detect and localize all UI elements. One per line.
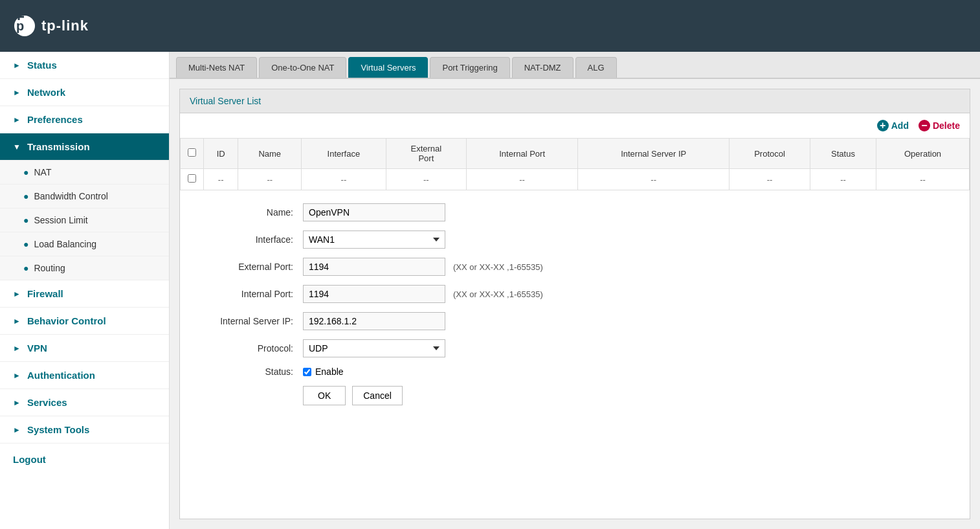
form-row-internal-server-ip: Internal Server IP: (199, 312, 950, 330)
row-id: -- (204, 169, 238, 190)
main-panel: Virtual Server List + Add − Delete (179, 89, 970, 519)
logo: p tp-link (13, 14, 89, 38)
row-operation: -- (876, 169, 970, 190)
subitem-label: Load Balancing (34, 239, 96, 249)
sidebar-item-label: System Tools (27, 424, 89, 435)
add-label: Add (891, 120, 909, 131)
add-button[interactable]: + Add (877, 120, 909, 131)
internal-server-ip-label: Internal Server IP: (199, 316, 303, 326)
protocol-select[interactable]: UDP TCP All (303, 339, 445, 357)
table-header-checkbox (181, 139, 204, 169)
sidebar-item-vpn[interactable]: ► VPN (0, 335, 169, 362)
form-row-protocol: Protocol: UDP TCP All (199, 339, 950, 357)
chevron-right-icon: ► (13, 61, 21, 70)
bullet-icon: ● (23, 215, 28, 225)
sidebar-item-preferences[interactable]: ► Preferences (0, 106, 169, 133)
col-protocol: Protocol (729, 139, 810, 169)
status-label: Status: (199, 366, 303, 377)
sidebar: ► Status ► Network ► Preferences ▼ Trans… (0, 52, 170, 529)
col-status: Status (810, 139, 876, 169)
tab-port-triggering[interactable]: Port Triggering (430, 57, 509, 78)
tab-multi-nets-nat[interactable]: Multi-Nets NAT (176, 57, 257, 78)
sidebar-item-behavior-control[interactable]: ► Behavior Control (0, 308, 169, 335)
interface-select[interactable]: WAN1 WAN2 (303, 231, 445, 249)
chevron-right-icon: ► (13, 88, 21, 97)
virtual-server-table: ID Name Interface ExternalPort Internal … (180, 138, 970, 190)
bullet-icon: ● (23, 167, 28, 177)
add-icon: + (877, 120, 889, 131)
sidebar-item-load-balancing[interactable]: ● Load Balancing (0, 232, 169, 256)
tab-nat-dmz[interactable]: NAT-DMZ (512, 57, 574, 78)
header: p tp-link (0, 0, 980, 52)
col-interface: Interface (302, 139, 386, 169)
subitem-label: Session Limit (34, 215, 87, 225)
sidebar-item-label: Status (27, 60, 57, 71)
row-name: -- (238, 169, 302, 190)
external-port-hint: (XX or XX-XX ,1-65535) (453, 262, 543, 272)
sidebar-item-nat[interactable]: ● NAT (0, 161, 169, 185)
sidebar-item-label: Preferences (27, 114, 83, 125)
row-internal-port: -- (467, 169, 578, 190)
sidebar-item-transmission[interactable]: ▼ Transmission (0, 133, 169, 161)
col-external-port: ExternalPort (386, 139, 467, 169)
enable-label: Enable (315, 366, 344, 377)
form-row-status: Status: Enable (199, 366, 950, 377)
logo-text: tp-link (41, 17, 89, 34)
sidebar-item-authentication[interactable]: ► Authentication (0, 362, 169, 389)
bullet-icon: ● (23, 239, 28, 249)
col-name: Name (238, 139, 302, 169)
delete-label: Delete (933, 120, 960, 131)
delete-icon: − (919, 120, 930, 131)
table-row: -- -- -- -- -- -- -- -- -- (181, 169, 970, 190)
row-protocol: -- (729, 169, 810, 190)
chevron-right-icon: ► (13, 398, 21, 407)
row-checkbox[interactable] (188, 174, 196, 183)
cancel-button[interactable]: Cancel (352, 386, 403, 405)
name-label: Name: (199, 207, 303, 218)
form-row-interface: Interface: WAN1 WAN2 (199, 231, 950, 249)
sidebar-item-label: Network (27, 87, 65, 98)
subitem-label: Bandwidth Control (34, 191, 107, 201)
form-buttons: OK Cancel (303, 386, 950, 405)
external-port-label: External Port: (199, 262, 303, 272)
form-row-name: Name: (199, 203, 950, 221)
enable-checkbox[interactable] (303, 368, 311, 376)
subitem-label: NAT (34, 167, 51, 177)
sidebar-item-status[interactable]: ► Status (0, 52, 169, 79)
name-input[interactable] (303, 203, 445, 221)
sidebar-item-label: Authentication (27, 370, 95, 381)
row-status: -- (810, 169, 876, 190)
select-all-checkbox[interactable] (188, 148, 196, 157)
row-internal-server-ip: -- (578, 169, 729, 190)
sidebar-item-system-tools[interactable]: ► System Tools (0, 416, 169, 444)
sidebar-item-network[interactable]: ► Network (0, 79, 169, 106)
add-form: Name: Interface: WAN1 WAN2 External Port… (180, 190, 970, 418)
logout-item[interactable]: Logout (0, 444, 169, 475)
sidebar-item-services[interactable]: ► Services (0, 389, 169, 416)
internal-server-ip-input[interactable] (303, 312, 445, 330)
sidebar-item-session-limit[interactable]: ● Session Limit (0, 208, 169, 232)
panel-title: Virtual Server List (190, 96, 261, 106)
transmission-submenu: ● NAT ● Bandwidth Control ● Session Limi… (0, 161, 169, 280)
sidebar-item-routing[interactable]: ● Routing (0, 256, 169, 280)
internal-port-input[interactable] (303, 285, 445, 303)
chevron-down-icon: ▼ (13, 142, 21, 152)
panel-header: Virtual Server List (180, 89, 970, 113)
tab-alg[interactable]: ALG (575, 57, 617, 78)
interface-label: Interface: (199, 234, 303, 245)
row-checkbox-cell (181, 169, 204, 190)
tab-one-to-one-nat[interactable]: One-to-One NAT (259, 57, 346, 78)
sidebar-item-bandwidth-control[interactable]: ● Bandwidth Control (0, 185, 169, 208)
col-internal-port: Internal Port (467, 139, 578, 169)
table-actions: + Add − Delete (180, 113, 970, 138)
delete-button[interactable]: − Delete (919, 120, 960, 131)
external-port-input[interactable] (303, 258, 445, 276)
tab-virtual-servers[interactable]: Virtual Servers (348, 57, 428, 78)
sidebar-item-label: Transmission (27, 141, 90, 152)
col-internal-server-ip: Internal Server IP (578, 139, 729, 169)
sidebar-item-label: Firewall (27, 288, 63, 299)
row-external-port: -- (386, 169, 467, 190)
ok-button[interactable]: OK (303, 386, 346, 405)
sidebar-item-firewall[interactable]: ► Firewall (0, 280, 169, 308)
form-row-external-port: External Port: (XX or XX-XX ,1-65535) (199, 258, 950, 276)
